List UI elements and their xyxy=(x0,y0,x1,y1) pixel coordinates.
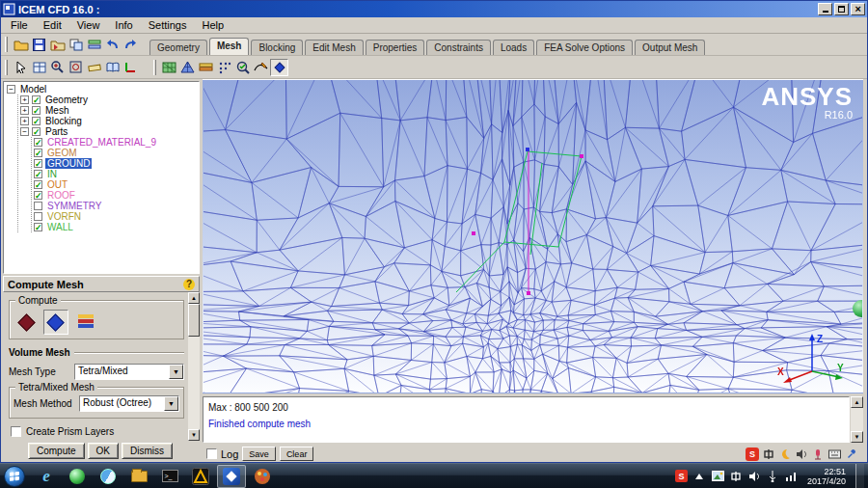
tree-part-item[interactable]: CREATED_MATERIAL_9 xyxy=(34,137,199,148)
tree-part-item[interactable]: WALL xyxy=(34,222,199,232)
taskbar-console-icon[interactable] xyxy=(155,465,184,488)
scroll-down-icon[interactable] xyxy=(188,429,200,441)
tab-blocking[interactable]: Blocking xyxy=(251,40,303,55)
taskbar-ansys-icon[interactable] xyxy=(186,465,215,488)
zoom-in-icon[interactable] xyxy=(48,59,67,76)
toolbar-grip-3[interactable] xyxy=(153,60,156,75)
check-mesh-icon[interactable] xyxy=(233,59,252,76)
keyboard-icon[interactable] xyxy=(827,447,841,461)
save-icon[interactable] xyxy=(30,36,48,53)
collapse-icon[interactable] xyxy=(20,127,29,136)
select-pointer-icon[interactable] xyxy=(12,59,30,76)
tree-item-blocking[interactable]: Blocking xyxy=(20,116,199,126)
geometry-checkbox[interactable] xyxy=(32,95,41,104)
tree-part-item[interactable]: SYMMETRY xyxy=(34,201,199,211)
part-checkbox[interactable] xyxy=(34,159,42,168)
undo-icon[interactable] xyxy=(103,36,122,53)
copy-stack-icon[interactable] xyxy=(67,36,85,53)
tree-item-geometry[interactable]: Geometry xyxy=(20,95,199,105)
sogou-icon[interactable]: S xyxy=(746,447,759,461)
part-checkbox[interactable] xyxy=(34,149,42,157)
tab-edit-mesh[interactable]: Edit Mesh xyxy=(305,40,363,55)
tray-usb-icon[interactable] xyxy=(767,470,779,482)
tetra-mesh-button[interactable] xyxy=(14,310,39,335)
tray-speaker-icon[interactable] xyxy=(748,470,761,482)
menu-edit[interactable]: Edit xyxy=(36,18,69,32)
taskbar-icem-icon[interactable] xyxy=(217,465,246,488)
tab-fea-solve-options[interactable]: FEA Solve Options xyxy=(536,40,633,55)
zoom-fit-icon[interactable] xyxy=(67,59,85,76)
tray-chinese-icon[interactable] xyxy=(730,470,743,482)
ok-button[interactable]: OK xyxy=(88,443,119,459)
layers-icon[interactable] xyxy=(85,36,103,53)
compute-button[interactable]: Compute xyxy=(28,443,85,459)
scroll-down-icon[interactable] xyxy=(851,431,863,443)
blocking-checkbox[interactable] xyxy=(32,117,41,125)
book-icon[interactable] xyxy=(103,59,122,76)
edit-curve-icon[interactable] xyxy=(252,59,270,76)
part-checkbox[interactable] xyxy=(34,223,42,231)
tab-geometry[interactable]: Geometry xyxy=(149,40,207,55)
tray-network-icon[interactable] xyxy=(785,470,798,482)
help-icon[interactable]: ? xyxy=(183,279,195,290)
part-checkbox[interactable] xyxy=(34,138,42,147)
open-folder-icon[interactable] xyxy=(12,36,30,53)
viewport[interactable]: ANSYS R16.0 Z X Y xyxy=(203,79,863,393)
scroll-up-icon[interactable] xyxy=(188,292,200,304)
tab-mesh[interactable]: Mesh xyxy=(209,38,250,55)
mesh-method-select[interactable]: Robust (Octree) xyxy=(79,395,179,412)
toolbar-grip-2[interactable] xyxy=(5,60,8,75)
hidden-icons-arrow[interactable] xyxy=(693,470,706,482)
volume-mesh-button[interactable] xyxy=(43,310,68,335)
scrollbar-track[interactable] xyxy=(851,408,863,431)
local-axes-icon[interactable] xyxy=(122,59,140,76)
scroll-up-icon[interactable] xyxy=(851,396,863,408)
scrollbar-thumb[interactable] xyxy=(188,304,200,337)
prism-mesh-icon[interactable] xyxy=(197,59,215,76)
part-checkbox[interactable] xyxy=(34,180,42,189)
menu-file[interactable]: File xyxy=(3,18,36,32)
tab-output-mesh[interactable]: Output Mesh xyxy=(635,40,705,55)
tree-part-item[interactable]: ROOF xyxy=(34,190,199,201)
tray-sogou-icon[interactable]: S xyxy=(675,470,688,482)
collapse-icon[interactable] xyxy=(7,85,15,94)
app-icon[interactable] xyxy=(3,3,15,15)
3d-viewport-canvas[interactable] xyxy=(203,80,863,393)
chevron-down-icon[interactable] xyxy=(164,396,178,411)
part-checkbox[interactable] xyxy=(34,212,42,221)
tab-constraints[interactable]: Constraints xyxy=(426,40,491,55)
mesh-checkbox[interactable] xyxy=(32,106,41,115)
expand-icon[interactable] xyxy=(20,106,29,115)
show-desktop-button[interactable] xyxy=(855,464,864,488)
import-geometry-icon[interactable] xyxy=(48,36,67,53)
dismiss-button[interactable]: Dismiss xyxy=(122,443,173,459)
scrollbar-track[interactable] xyxy=(188,337,200,429)
clear-button[interactable]: Clear xyxy=(280,447,314,461)
surface-mesh-icon[interactable] xyxy=(160,59,178,76)
message-scrollbar[interactable] xyxy=(851,396,863,443)
measure-icon[interactable] xyxy=(85,59,103,76)
menu-settings[interactable]: Settings xyxy=(141,18,195,32)
tree-part-item[interactable]: IN xyxy=(34,169,199,179)
tree-part-item[interactable]: VORFN xyxy=(34,211,199,222)
log-checkbox[interactable] xyxy=(206,448,217,459)
taskbar-palette-icon[interactable] xyxy=(248,465,277,488)
tree-part-item[interactable]: GROUND xyxy=(34,158,199,169)
tray-photo-icon[interactable] xyxy=(712,470,724,482)
expand-icon[interactable] xyxy=(20,117,29,125)
tree-part-item[interactable]: GEOM xyxy=(34,148,199,158)
chinese-mode-icon[interactable] xyxy=(762,447,775,461)
menu-help[interactable]: Help xyxy=(194,18,231,32)
part-checkbox[interactable] xyxy=(34,191,42,200)
expand-icon[interactable] xyxy=(20,95,29,104)
mesh-density-icon[interactable] xyxy=(215,59,233,76)
part-checkbox[interactable] xyxy=(34,202,42,210)
moon-icon[interactable] xyxy=(778,447,792,461)
taskbar-browser-orb-icon[interactable] xyxy=(63,465,92,488)
taskbar-ie-icon[interactable]: e xyxy=(32,465,61,488)
speaker-icon[interactable] xyxy=(795,447,808,461)
wrench-icon[interactable] xyxy=(844,447,857,461)
screen-layout-icon[interactable] xyxy=(30,59,48,76)
menu-info[interactable]: Info xyxy=(107,18,140,32)
tab-loads[interactable]: Loads xyxy=(493,40,534,55)
